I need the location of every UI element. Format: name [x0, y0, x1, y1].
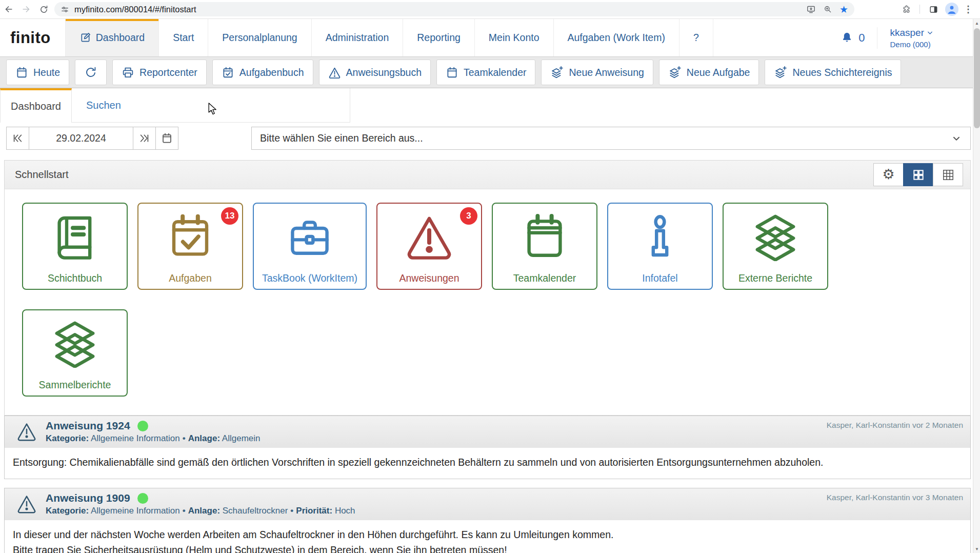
reportcenter-button[interactable]: Reportcenter — [112, 60, 207, 85]
neue-aufgabe-button[interactable]: Neue Aufgabe — [659, 60, 759, 85]
browser-menu-icon[interactable]: ⋮ — [962, 5, 975, 14]
nav-label: Personalplanung — [222, 32, 297, 44]
gear-icon: ⚙ — [882, 168, 894, 182]
vertical-scrollbar[interactable]: ▲ ▼ — [973, 19, 980, 553]
calendar-icon — [161, 132, 173, 144]
nav-item-administration[interactable]: Administration — [312, 19, 404, 56]
nav-item-aufgaben-workitem[interactable]: Aufgaben (Work Item) — [554, 19, 679, 56]
main-nav: Dashboard Start Personalplanung Administ… — [65, 19, 713, 56]
entry-author: Kasper, Karl-Konstantin vor 2 Monaten — [827, 420, 963, 444]
tile-label: Aufgaben — [169, 272, 212, 284]
info-icon — [635, 212, 685, 261]
tile-aufgaben[interactable]: 13 Aufgaben — [137, 203, 243, 290]
scrollbar-thumb[interactable] — [974, 28, 980, 128]
area-select-value: Bitte wählen Sie einen Bereich aus... — [260, 132, 423, 144]
scroll-down-icon[interactable]: ▼ — [973, 545, 980, 553]
entry-meta: Kategorie: Allgemeine Information•Anlage… — [46, 433, 261, 444]
grid-large-view-button[interactable] — [903, 163, 933, 186]
nav-item-dashboard[interactable]: Dashboard — [65, 19, 159, 56]
app-logo: finito — [10, 29, 51, 47]
tile-anweisungen[interactable]: 3 Anweisungen — [376, 203, 482, 290]
warning-triangle-icon — [405, 212, 454, 261]
app-window: myfinito.com/800014/#/finitostart ★ ⋮ fi… — [0, 0, 980, 553]
toolbar-label: Heute — [33, 67, 60, 78]
tile-badge: 3 — [460, 207, 477, 225]
toolbar-label: Neue Anweisung — [569, 67, 644, 78]
refresh-button[interactable] — [75, 60, 107, 85]
entry-body-line: In dieser und der nächsten Woche werden … — [13, 527, 962, 542]
nav-label: ? — [693, 32, 699, 44]
quickstart-header: Schnellstart ⚙ — [5, 161, 970, 189]
tile-label: Anweisungen — [399, 272, 459, 284]
toolbar-label: Anweisungsbuch — [346, 67, 422, 78]
entry-header: Anweisung 1924 Kategorie: Allgemeine Inf… — [5, 416, 970, 448]
profile-avatar[interactable] — [945, 3, 958, 16]
settings-button[interactable]: ⚙ — [873, 163, 904, 186]
heute-button[interactable]: Heute — [6, 60, 69, 85]
previous-day-button[interactable] — [6, 127, 29, 150]
extensions-icon[interactable] — [897, 2, 915, 17]
layers-icon — [50, 319, 99, 368]
chevron-down-icon — [926, 29, 934, 36]
tile-externe-berichte[interactable]: Externe Berichte — [723, 203, 828, 290]
printer-icon — [122, 66, 134, 79]
tile-badge: 13 — [221, 207, 238, 225]
status-dot — [137, 493, 148, 504]
neues-schichtereignis-button[interactable]: Neues Schichtereignis — [765, 60, 901, 85]
aufgabenbuch-button[interactable]: Aufgabenbuch — [212, 60, 313, 85]
instruction-entry-1924[interactable]: Anweisung 1924 Kategorie: Allgemeine Inf… — [4, 416, 971, 479]
forward-icon[interactable] — [17, 2, 35, 17]
nav-item-reporting[interactable]: Reporting — [403, 19, 475, 56]
nav-item-mein-konto[interactable]: Mein Konto — [475, 19, 554, 56]
calendar-check-icon — [222, 66, 234, 79]
nav-item-personalplanung[interactable]: Personalplanung — [208, 19, 311, 56]
nav-label: Reporting — [417, 32, 461, 44]
calendar-picker-button[interactable] — [155, 127, 178, 150]
back-icon[interactable] — [0, 2, 17, 17]
install-icon[interactable] — [806, 5, 816, 14]
toolbar-label: Neues Schichtereignis — [792, 67, 892, 78]
layers-plus-icon — [668, 66, 682, 79]
app-header: finito Dashboard Start Personalplanung A… — [0, 19, 980, 56]
tile-schichtbuch[interactable]: Schichtbuch — [22, 203, 128, 290]
nav-item-start[interactable]: Start — [159, 19, 208, 56]
book-icon — [50, 212, 99, 261]
tile-sammelberichte[interactable]: Sammelberichte — [22, 309, 128, 397]
next-day-button[interactable] — [133, 127, 156, 150]
tile-label: Schichtbuch — [48, 272, 102, 284]
neue-anweisung-button[interactable]: Neue Anweisung — [541, 60, 653, 85]
anweisungsbuch-button[interactable]: Anweisungsbuch — [319, 60, 431, 85]
browser-chrome: myfinito.com/800014/#/finitostart ★ ⋮ — [0, 0, 980, 19]
url-text: myfinito.com/800014/#/finitostart — [74, 5, 196, 14]
scroll-up-icon[interactable]: ▲ — [973, 19, 980, 27]
toolbar-label: Neue Aufgabe — [687, 67, 750, 78]
skip-previous-icon — [12, 132, 24, 144]
tab-dashboard[interactable]: Dashboard — [0, 88, 72, 123]
briefcase-icon — [285, 212, 334, 261]
tile-label: Teamkalender — [513, 272, 576, 284]
tile-taskbook-workitem[interactable]: TaskBook (WorkItem) — [253, 203, 367, 290]
area-select[interactable]: Bitte wählen Sie einen Bereich aus... — [251, 127, 971, 150]
zoom-icon[interactable] — [823, 5, 832, 14]
tile-teamkalender[interactable]: Teamkalender — [492, 203, 597, 290]
instruction-entry-1909[interactable]: Anweisung 1909 Kategorie: Allgemeine Inf… — [4, 488, 971, 553]
notifications-button[interactable]: 0 — [828, 31, 877, 45]
calendar-icon — [15, 66, 28, 79]
teamkalender-button[interactable]: Teamkalender — [436, 60, 535, 85]
reload-icon[interactable] — [35, 2, 52, 17]
tile-infotafel[interactable]: Infotafel — [607, 203, 713, 290]
nav-item-help[interactable]: ? — [679, 19, 713, 56]
nav-label: Administration — [326, 32, 389, 44]
bookmark-star-icon[interactable]: ★ — [839, 5, 848, 14]
user-name: kkasper — [890, 27, 924, 38]
address-bar[interactable]: myfinito.com/800014/#/finitostart ★ — [54, 2, 854, 16]
meta-separator: • — [180, 506, 188, 516]
calendar-check-icon — [166, 212, 215, 261]
tile-label: TaskBook (WorkItem) — [262, 272, 357, 284]
grid-small-view-button[interactable] — [933, 163, 963, 186]
user-menu[interactable]: kkasper Demo (000) — [877, 27, 939, 49]
date-field[interactable]: 29.02.2024 — [29, 127, 133, 150]
toolbar-label: Aufgabenbuch — [239, 67, 304, 78]
entry-meta: Kategorie: Allgemeine Information•Anlage… — [46, 506, 355, 516]
side-panel-icon[interactable] — [925, 2, 942, 17]
